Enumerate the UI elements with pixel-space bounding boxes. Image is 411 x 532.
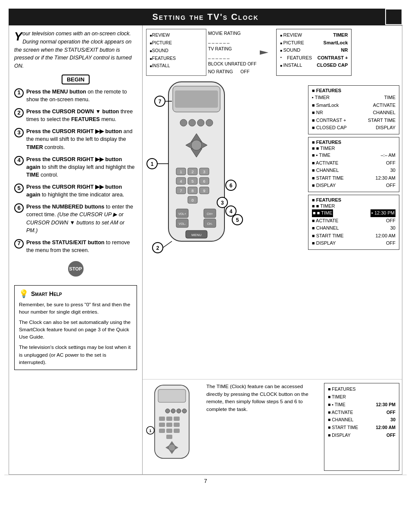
svg-text:2: 2 — [156, 245, 159, 251]
mp3-smartlock: ■ SmartLock ACTIVATE — [312, 102, 395, 109]
svg-point-4 — [180, 119, 187, 126]
step-2-bold: Press the CURSOR DOWN ▼ button — [26, 109, 119, 115]
svg-text:3: 3 — [203, 170, 205, 174]
svg-text:0: 0 — [191, 198, 193, 202]
mp4-activate: ■ ACTIVATE OFF — [312, 159, 395, 167]
mp4-subtitle: ■ ■ TIMER — [312, 146, 395, 151]
smart-help-p3: The television's clock settings may be l… — [19, 344, 132, 366]
step-1: 1 Press the MENU button on the remote to… — [14, 88, 137, 103]
page-wrapper: Setting the TV's Clock Y our television … — [0, 0, 411, 491]
svg-text:3: 3 — [221, 200, 224, 206]
mp3-timer: ▪ TIMER TIME — [312, 94, 395, 102]
menu-item-sound: SOUND — [150, 47, 202, 55]
smart-help-box: 💡 Smart Help Remember, be sure to press … — [14, 285, 137, 370]
svg-rect-66 — [159, 417, 165, 421]
bottom-section: 1 The TIME (Clock) feature can be access… — [143, 379, 402, 474]
svg-text:6: 6 — [230, 183, 233, 189]
step-4-time: TIME — [26, 172, 39, 178]
bottom-panel: ■ FEATURES ■ TIMER ■ ▪ TIME 12:30 PM ■ A… — [324, 383, 399, 471]
step-1-bold: Press the MENU button — [26, 89, 86, 95]
bottom-panel-content: ■ FEATURES ■ TIMER ■ ▪ TIME 12:30 PM ■ A… — [328, 386, 395, 439]
smart-help-label: Smart Help — [31, 290, 62, 297]
step-5-num: 5 — [14, 184, 24, 193]
svg-rect-75 — [166, 435, 172, 439]
mp4-title: ■ FEATURES — [312, 140, 395, 145]
svg-text:CH+: CH+ — [207, 212, 213, 215]
smart-help-p2: The Clock can also be set automatically … — [19, 319, 132, 341]
menu-panel-3: ■ FEATURES ▪ TIMER TIME ■ SmartLock ACTI… — [308, 85, 399, 134]
menu-panel-4: ■ FEATURES ■ ■ TIMER ■ ▪ TIME –:– AM ■ A… — [308, 137, 399, 192]
block-unrated: BLOCK UNRATED OFF — [208, 60, 256, 68]
svg-text:4: 4 — [230, 208, 233, 215]
page-number: 7 — [4, 475, 407, 487]
svg-point-64 — [177, 409, 181, 413]
step-4-text: Press the CURSOR RIGHT ▶▶ button again t… — [26, 156, 137, 179]
bp-timer: ■ TIMER — [328, 393, 395, 401]
svg-line-51 — [163, 241, 172, 248]
mp4-starttime: ■ START TIME 12:30 AM — [312, 174, 395, 182]
mp5-display: ■ DISPLAY OFF — [312, 240, 395, 247]
mp2-review: REVIEW TIMER — [280, 31, 348, 39]
bottom-remote: 1 — [146, 383, 202, 471]
svg-point-12 — [191, 140, 202, 150]
remote-svg: 1 2 3 4 5 6 7 8 — [143, 78, 276, 332]
no-rating: NO RATING OFF — [208, 68, 256, 76]
step-5-text: Press the CURSOR RIGHT ▶▶ button again t… — [26, 183, 137, 199]
panels-column: ■ FEATURES ▪ TIMER TIME ■ SmartLock ACTI… — [307, 78, 402, 379]
step-1-text: Press the MENU button on the remote to s… — [26, 88, 137, 103]
tv-rating-label: TV RATING — [208, 45, 256, 53]
svg-rect-70 — [166, 423, 172, 427]
svg-text:MENU: MENU — [191, 233, 202, 237]
step-2: 2 Press the CURSOR DOWN ▼ button three t… — [14, 108, 137, 123]
mp2-install: INSTALL CLOSED CAP — [280, 62, 348, 69]
step-7-num: 7 — [14, 239, 24, 249]
mp3-closedcap: ■ CLOSED CAP DISPLAY — [312, 124, 395, 132]
lightbulb-icon: 💡 — [19, 289, 28, 299]
svg-text:7: 7 — [180, 189, 182, 193]
step-6-italic: (Use the CURSOR UP ▶ or CURSOR DOWN ▼ bu… — [26, 212, 125, 233]
left-column: Y our television comes with an on-screen… — [9, 25, 143, 474]
mp2-picture: PICTURE SmartLock — [280, 39, 348, 47]
step-2-num: 2 — [14, 108, 24, 118]
remote-area: 1 2 3 4 5 6 7 8 — [143, 78, 307, 379]
menu-item-install: INSTALL — [150, 62, 202, 70]
svg-point-62 — [165, 409, 170, 413]
svg-text:1: 1 — [149, 429, 151, 433]
arrow-1 — [258, 29, 274, 76]
svg-text:1: 1 — [151, 161, 154, 167]
svg-text:5: 5 — [191, 179, 193, 184]
bottom-description: The TIME (Clock) feature can be accessed… — [206, 383, 317, 414]
intro-text: Y our television comes with an on-screen… — [14, 30, 137, 70]
menu-panel-1-right: MOVIE RATING _ _ _ _ _ _ TV RATING _ _ _… — [208, 29, 256, 76]
svg-rect-61 — [158, 389, 186, 402]
svg-point-7 — [206, 119, 213, 126]
stop-badge: STOP — [68, 261, 84, 277]
step-3-num: 3 — [14, 128, 24, 137]
svg-text:5: 5 — [236, 217, 239, 223]
svg-text:8: 8 — [191, 189, 193, 193]
bp-channel: ■ CHANNEL 30 — [328, 416, 395, 424]
menu-panel-1: REVIEW PICTURE SOUND FEATURES INSTALL — [146, 29, 206, 76]
svg-point-6 — [197, 119, 204, 126]
top-menus-row: REVIEW PICTURE SOUND FEATURES INSTALL MO… — [143, 25, 402, 78]
step-3-timer: TIMER — [26, 144, 43, 150]
title-bar: Setting the TV's Clock — [9, 9, 402, 25]
mp4-display: ■ DISPLAY OFF — [312, 182, 395, 190]
page-title: Setting the TV's Clock — [152, 12, 258, 22]
corner-box — [385, 9, 402, 25]
svg-rect-3 — [175, 90, 218, 108]
svg-text:4: 4 — [180, 179, 182, 184]
step-3: 3 Press the CURSOR RIGHT ▶▶ button and t… — [14, 128, 137, 151]
bp-starttime: ■ START TIME 12:00 AM — [328, 424, 395, 432]
drop-cap: Y — [14, 31, 22, 43]
menu-item-picture: PICTURE — [150, 39, 202, 47]
bottom-remote-svg: 1 — [146, 383, 198, 469]
svg-text:CH-: CH- — [207, 222, 213, 225]
main-content: Y our television comes with an on-screen… — [9, 25, 402, 475]
step-6-bold: Press the NUMBERED buttons — [26, 204, 104, 210]
movie-rating-label: MOVIE RATING — [208, 30, 256, 37]
step-3-bold: Press the CURSOR RIGHT ▶▶ button — [26, 128, 122, 134]
smart-help-title: 💡 Smart Help — [19, 289, 132, 299]
step-6: 6 Press the NUMBERED buttons to enter th… — [14, 203, 137, 234]
mp5-subtitle: ■ ■ TIMER — [312, 203, 395, 208]
